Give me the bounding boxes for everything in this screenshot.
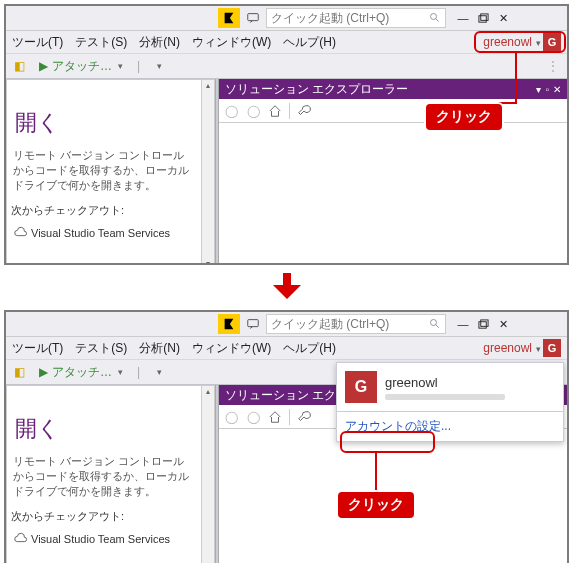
cloud-icon (13, 532, 27, 546)
highlight-account-settings (340, 431, 435, 453)
user-area[interactable]: greenowl G (483, 339, 565, 357)
cloud-icon (13, 226, 27, 240)
svg-rect-8 (478, 321, 485, 327)
quick-launch-placeholder: クイック起動 (Ctrl+Q) (271, 316, 389, 333)
start-page-panel: 開く リモート バージョン コントロールからコードを取得するか、ローカル ドライ… (6, 79, 201, 265)
menu-help[interactable]: ヘルプ(H) (279, 338, 340, 359)
svg-point-6 (431, 320, 437, 326)
screenshot-after: クイック起動 (Ctrl+Q) — ✕ ツール(T) テスト(S) 分析(N) … (4, 310, 569, 563)
se-back-icon[interactable]: ◯ (221, 407, 241, 427)
se-properties-icon[interactable] (294, 101, 314, 121)
quick-launch-input[interactable]: クイック起動 (Ctrl+Q) (266, 314, 446, 334)
solution-explorer-body (219, 123, 567, 265)
solution-explorer-title-label: ソリューション エクス (225, 387, 348, 404)
menu-analyze[interactable]: 分析(N) (135, 32, 184, 53)
title-bar: クイック起動 (Ctrl+Q) — ✕ (6, 6, 567, 31)
account-popup: G greenowl アカウントの設定... (336, 362, 564, 442)
quick-launch-input[interactable]: クイック起動 (Ctrl+Q) (266, 8, 446, 28)
vsts-link[interactable]: Visual Studio Team Services (11, 532, 197, 546)
se-sep (289, 103, 290, 119)
window-restore-icon[interactable] (474, 315, 492, 333)
svg-rect-4 (480, 13, 487, 19)
se-back-icon[interactable]: ◯ (221, 101, 241, 121)
menu-analyze[interactable]: 分析(N) (135, 338, 184, 359)
svg-rect-9 (480, 319, 487, 325)
svg-rect-0 (248, 14, 259, 21)
svg-rect-5 (248, 320, 259, 327)
click-badge: クリック (424, 102, 504, 132)
window-min-icon[interactable]: — (454, 315, 472, 333)
search-icon (429, 12, 441, 24)
menu-tools[interactable]: ツール(T) (8, 338, 67, 359)
toolbar-separator: | (131, 57, 146, 75)
click-badge: クリック (336, 490, 416, 520)
checkout-label: 次からチェックアウト: (11, 509, 197, 524)
svg-point-1 (431, 14, 437, 20)
open-heading: 開く (15, 108, 197, 138)
window-close-icon[interactable]: ✕ (494, 9, 512, 27)
window-close-icon[interactable]: ✕ (494, 315, 512, 333)
toolbar-overflow-icon[interactable]: ⋮ (541, 57, 565, 75)
layer-button[interactable] (148, 58, 164, 74)
menu-test[interactable]: テスト(S) (71, 32, 131, 53)
user-dropdown-arrow (534, 341, 541, 355)
user-name-label: greenowl (483, 341, 532, 355)
start-page-panel: 開く リモート バージョン コントロールからコードを取得するか、ローカル ドライ… (6, 385, 201, 563)
window-min-icon[interactable]: — (454, 9, 472, 27)
open-heading: 開く (15, 414, 197, 444)
feedback-icon[interactable] (242, 314, 264, 334)
se-sep (289, 409, 290, 425)
open-description: リモート バージョン コントロールからコードを取得するか、ローカル ドライブで何… (11, 148, 197, 193)
title-bar: クイック起動 (Ctrl+Q) — ✕ (6, 312, 567, 337)
svg-rect-3 (478, 15, 485, 21)
feedback-icon[interactable] (242, 8, 264, 28)
menu-bar: ツール(T) テスト(S) 分析(N) ウィンドウ(W) ヘルプ(H) gree… (6, 337, 567, 359)
popup-avatar: G (345, 371, 377, 403)
vsts-link[interactable]: Visual Studio Team Services (11, 226, 197, 240)
vsts-label: Visual Studio Team Services (31, 533, 170, 545)
se-forward-icon[interactable]: ◯ (243, 101, 263, 121)
down-arrow-icon (4, 271, 569, 304)
menu-help[interactable]: ヘルプ(H) (279, 32, 340, 53)
menu-tools[interactable]: ツール(T) (8, 32, 67, 53)
se-forward-icon[interactable]: ◯ (243, 407, 263, 427)
svg-line-2 (436, 19, 439, 22)
popup-user-email-placeholder (385, 394, 505, 400)
notification-flag-button[interactable] (218, 8, 240, 28)
se-home-icon[interactable] (265, 407, 285, 427)
popup-user-name: greenowl (385, 375, 505, 390)
left-scrollbar[interactable]: ▴▾ (201, 385, 215, 563)
screenshot-before: クイック起動 (Ctrl+Q) — ✕ ツール(T) テスト(S) 分析(N) … (4, 4, 569, 265)
menu-window[interactable]: ウィンドウ(W) (188, 32, 275, 53)
popup-user-info: greenowl (385, 375, 505, 400)
account-popup-header: G greenowl (337, 363, 563, 411)
attach-button[interactable]: ▶ アタッチ… (33, 362, 129, 383)
toolbar-open-icon[interactable]: ◧ (8, 363, 31, 381)
se-home-icon[interactable] (265, 101, 285, 121)
left-scrollbar[interactable]: ▴▾ (201, 79, 215, 265)
solution-explorer-title-label: ソリューション エクスプローラー (225, 81, 408, 98)
vsts-label: Visual Studio Team Services (31, 227, 170, 239)
quick-launch-placeholder: クイック起動 (Ctrl+Q) (271, 10, 389, 27)
toolbar-separator: | (131, 363, 146, 381)
highlight-user-area (474, 31, 566, 53)
attach-button[interactable]: ▶ アタッチ… (33, 56, 129, 77)
menu-test[interactable]: テスト(S) (71, 338, 131, 359)
layer-button[interactable] (148, 364, 164, 380)
user-avatar: G (543, 339, 561, 357)
open-description: リモート バージョン コントロールからコードを取得するか、ローカル ドライブで何… (11, 454, 197, 499)
checkout-label: 次からチェックアウト: (11, 203, 197, 218)
toolbar-open-icon[interactable]: ◧ (8, 57, 31, 75)
se-properties-icon[interactable] (294, 407, 314, 427)
menu-window[interactable]: ウィンドウ(W) (188, 338, 275, 359)
window-restore-icon[interactable] (474, 9, 492, 27)
search-icon (429, 318, 441, 330)
svg-line-7 (436, 325, 439, 328)
notification-flag-button[interactable] (218, 314, 240, 334)
